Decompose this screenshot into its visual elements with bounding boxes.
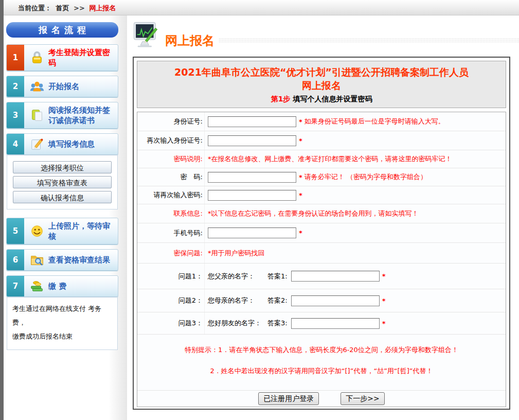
password-note-label: 密码说明: bbox=[137, 150, 204, 168]
step-2-label: 开始报名 bbox=[48, 79, 80, 94]
idcard-confirm-input[interactable] bbox=[208, 135, 296, 146]
step-4-number: 4 bbox=[7, 134, 24, 154]
next-step-button[interactable]: 下一步>> bbox=[341, 392, 384, 405]
answer-3-input[interactable] bbox=[291, 318, 380, 329]
step-text: 填写个人信息并设置密码 bbox=[293, 95, 372, 103]
security-note-text: *用于用户密码找回 bbox=[208, 249, 265, 258]
question-1-text: 您父亲的名字： bbox=[208, 272, 267, 281]
breadcrumb-label: 当前位置： bbox=[18, 4, 51, 12]
password-confirm-row: 请再次输入密码: * bbox=[137, 186, 506, 204]
mobile-row: 手机号码: * bbox=[137, 223, 506, 243]
password-row: 密 码: * 请务必牢记！ （密码为字母和数字组合） bbox=[137, 168, 506, 186]
breadcrumb-bar: 当前位置： 首页 >> 网上报名 bbox=[0, 0, 519, 15]
answer-2-label: 答案2: bbox=[267, 296, 288, 305]
question-2-label: 问题2： bbox=[137, 289, 204, 312]
payment-note-line1: 考生通过在网络在线支付 考务费， bbox=[12, 302, 112, 329]
pencil-icon bbox=[29, 136, 45, 152]
payment-note-line2: 缴费成功后报名结束 bbox=[12, 329, 112, 343]
form-title-line2: 网上报名 bbox=[152, 79, 491, 92]
sidebar-step-4-fill-info[interactable]: 4 填写报考信息 bbox=[6, 133, 118, 155]
monitor-chart-icon bbox=[131, 20, 161, 50]
sidebar-step-7-pay[interactable]: 7 缴 费 bbox=[6, 275, 118, 297]
registered-user-login-button[interactable]: 已注册用户登录 bbox=[258, 392, 319, 405]
tip-line-1: 特别提示：1．请在半角状态下输入信息，密码长度为6-20位之间，必须为字母和数字… bbox=[185, 345, 458, 355]
sidebar-step-2-start[interactable]: 2 开始报名 bbox=[6, 76, 118, 97]
payment-note: 考生通过在网络在线支付 考务费， 缴费成功后报名结束 bbox=[7, 297, 118, 350]
question-3-label: 问题3： bbox=[137, 312, 204, 334]
document-icon bbox=[29, 108, 45, 123]
security-question-note-row: 密保问题: *用于用户密码找回 bbox=[137, 243, 506, 264]
password-note-text: *在报名信息修改、网上缴费、准考证打印都需要这个密码，请将这里的密码牢记！ bbox=[208, 154, 452, 164]
section-header: 网上报名 bbox=[131, 18, 519, 50]
contact-note-row: 联系信息: *以下信息在忘记密码，在需要身份认证的场合时会用到，请如实填写！ bbox=[137, 204, 506, 223]
password-label: 密 码: bbox=[137, 168, 204, 186]
form-table: 身份证号: * 如果身份证号码最后一位是字母时请输入大写。 再次输入身份证号: … bbox=[137, 112, 506, 407]
security-note-label: 密保问题: bbox=[137, 243, 204, 263]
answer-1-label: 答案1: bbox=[267, 272, 288, 281]
answer-3-required-star: * bbox=[382, 320, 386, 327]
step-3-label: 阅读报名须知并签订诚信承诺书 bbox=[48, 102, 118, 128]
tip-line-2: 2．姓名中若出现没有的汉字请用同音汉字加“[]”代替，“喆”用“[哲]”代替！ bbox=[210, 366, 433, 376]
idcard-confirm-label: 再次输入身份证号: bbox=[137, 131, 204, 150]
question-1-label: 问题1： bbox=[137, 264, 204, 289]
confirm-info-button[interactable]: 确认报考信息 bbox=[13, 191, 112, 203]
mobile-input[interactable] bbox=[208, 227, 296, 238]
password-confirm-label: 请再次输入密码: bbox=[137, 186, 204, 204]
contact-note-text: *以下信息在忘记密码，在需要身份认证的场合时会用到，请如实填写！ bbox=[208, 209, 419, 218]
idcard-confirm-required-star: * bbox=[299, 137, 302, 145]
sidebar-step-3-notice[interactable]: 3 阅读报名须知并签订诚信承诺书 bbox=[6, 102, 118, 129]
step-6-number: 6 bbox=[7, 250, 24, 270]
sidebar-step-5-photo[interactable]: 5 上传照片，等待审核 bbox=[6, 218, 118, 244]
password-input[interactable] bbox=[208, 172, 296, 183]
sidebar-step-6-result[interactable]: 6 查看资格审查结果 bbox=[6, 249, 118, 271]
step-7-label: 缴 费 bbox=[48, 278, 67, 294]
step-1-label: 考生登陆并设置密码 bbox=[48, 45, 118, 71]
password-required-star: * bbox=[299, 173, 302, 181]
contact-note-label: 联系信息: bbox=[137, 204, 204, 223]
choose-position-button[interactable]: 选择报考职位 bbox=[13, 161, 112, 173]
answer-3-label: 答案3: bbox=[267, 319, 288, 328]
answer-1-required-star: * bbox=[382, 272, 386, 280]
step-4-submenu: 选择报考职位 填写资格审查表 确认报考信息 bbox=[7, 155, 118, 209]
step-4-label: 填写报考信息 bbox=[48, 136, 96, 152]
question-3-text: 您好朋友的名字： bbox=[208, 319, 267, 328]
password-confirm-required-star: * bbox=[299, 191, 302, 199]
registration-form: 2021年曲阜市公立医院“优才计划”引进暨公开招聘备案制工作人员 网上报名 第1… bbox=[133, 57, 510, 410]
page-title: 网上报名 bbox=[165, 32, 214, 49]
breadcrumb-current: 网上报名 bbox=[89, 4, 116, 12]
question-2-text: 您母亲的名字： bbox=[208, 296, 267, 305]
password-confirm-input[interactable] bbox=[208, 190, 296, 201]
mobile-required-star: * bbox=[299, 229, 302, 237]
mobile-label: 手机号码: bbox=[137, 223, 204, 242]
step-number-label: 第1步 bbox=[271, 95, 291, 103]
step-5-number: 5 bbox=[7, 218, 24, 244]
step-5-label: 上传照片，等待审核 bbox=[48, 218, 118, 244]
registration-flow-sidebar: 报名流程 1 考生登陆并设置密码 2 开始报名 3 阅读报名须知并签订诚信承诺书… bbox=[6, 22, 118, 350]
answer-1-input[interactable] bbox=[291, 271, 380, 282]
qualification-form-button[interactable]: 填写资格审查表 bbox=[13, 176, 112, 188]
password-note-row: 密码说明: *在报名信息修改、网上缴费、准考证打印都需要这个密码，请将这里的密码… bbox=[137, 150, 506, 168]
idcard-required-star: * bbox=[299, 118, 302, 126]
breadcrumb-home-link[interactable]: 首页 bbox=[56, 4, 69, 12]
idcard-label: 身份证号: bbox=[137, 112, 204, 131]
form-title-box: 2021年曲阜市公立医院“优才计划”引进暨公开招聘备案制工作人员 网上报名 第1… bbox=[137, 61, 506, 108]
form-actions-row: 已注册用户登录 下一步>> bbox=[137, 391, 506, 407]
step-1-number: 1 bbox=[7, 45, 24, 71]
users-icon bbox=[29, 79, 45, 94]
answer-2-input[interactable] bbox=[291, 295, 380, 306]
question-3-row: 问题3： 您好朋友的名字： 答案3: * bbox=[137, 312, 506, 335]
idcard-confirm-row: 再次输入身份证号: * bbox=[137, 131, 506, 150]
password-note: 请务必牢记！ （密码为字母和数字组合） bbox=[305, 172, 427, 182]
idcard-input[interactable] bbox=[208, 116, 296, 127]
form-step-subtitle: 第1步填写个人信息并设置密码 bbox=[152, 95, 491, 104]
idcard-row: 身份证号: * 如果身份证号码最后一位是字母时请输入大写。 bbox=[137, 112, 506, 131]
folder-search-icon bbox=[29, 252, 45, 268]
dotted-divider bbox=[219, 38, 519, 43]
main-content: 网上报名 2021年曲阜市公立医院“优才计划”引进暨公开招聘备案制工作人员 网上… bbox=[127, 15, 519, 420]
step-3-number: 3 bbox=[7, 102, 24, 128]
breadcrumb: 当前位置： 首页 >> 网上报名 bbox=[18, 4, 118, 13]
money-icon bbox=[29, 278, 45, 294]
sidebar-step-1-login[interactable]: 1 考生登陆并设置密码 bbox=[6, 44, 118, 71]
lock-icon bbox=[29, 50, 45, 65]
question-2-row: 问题2： 您母亲的名字： 答案2: * bbox=[137, 289, 506, 312]
